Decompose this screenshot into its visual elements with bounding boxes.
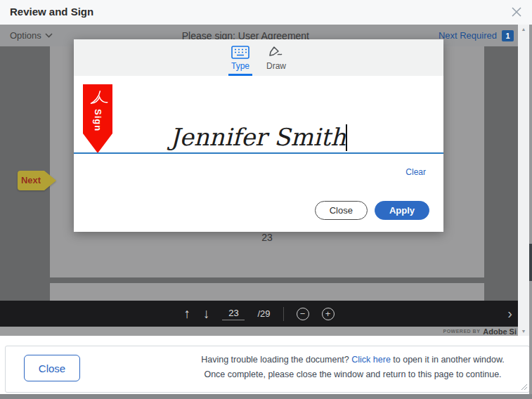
- powered-by-brand: Adobe Si: [483, 327, 517, 336]
- dialog-buttons: Close Apply: [315, 201, 429, 220]
- toolbar-divider: [283, 307, 284, 321]
- apply-button[interactable]: Apply: [375, 201, 429, 220]
- adobe-logo-icon: [87, 88, 108, 107]
- resize-grip-icon[interactable]: [520, 383, 528, 391]
- footer-area: Close Having trouble loading the documen…: [0, 336, 532, 394]
- window-title: Review and Sign: [10, 6, 93, 18]
- next-arrow-point: [44, 171, 56, 190]
- chevron-down-icon: [45, 33, 53, 38]
- options-label: Options: [10, 30, 41, 41]
- footer-message-line2: Once complete, please close the window a…: [185, 367, 521, 382]
- next-field-tab-label: Next: [18, 171, 44, 190]
- page-up-icon[interactable]: ↑: [183, 307, 190, 320]
- page-nav-toolbar: ↑ ↓ /29 − + ›: [0, 301, 518, 327]
- options-menu-button[interactable]: Options: [10, 30, 53, 41]
- signature-value: Jennifer Smith: [170, 123, 346, 151]
- next-field-tab[interactable]: Next: [18, 171, 56, 190]
- close-icon[interactable]: [510, 5, 524, 19]
- dialog-close-button[interactable]: Close: [315, 201, 368, 220]
- zoom-out-icon[interactable]: −: [297, 308, 309, 320]
- click-here-link[interactable]: Click here: [351, 355, 391, 365]
- footer-panel: Close Having trouble loading the documen…: [5, 346, 530, 393]
- window-titlebar: Review and Sign: [0, 0, 532, 25]
- tab-type-label: Type: [231, 61, 249, 71]
- page-number-input[interactable]: [222, 308, 245, 320]
- footer-close-button[interactable]: Close: [24, 355, 80, 381]
- toolbar-expand-icon[interactable]: ›: [507, 306, 512, 320]
- text-caret: [346, 124, 347, 151]
- signature-baseline: [74, 152, 443, 154]
- next-required-label: Next Required: [439, 30, 497, 41]
- document-page-24-partial: [50, 283, 484, 301]
- keyboard-icon: [231, 46, 249, 59]
- page-number-label: 23: [50, 232, 484, 243]
- footer-message-line1: Having trouble loading the document? Cli…: [185, 353, 521, 367]
- footer-message: Having trouble loading the document? Cli…: [185, 353, 521, 383]
- outer-scrollbar[interactable]: [529, 25, 532, 394]
- clear-signature-link[interactable]: Clear: [406, 167, 426, 177]
- signature-tabs-header: Type Draw: [74, 39, 443, 76]
- viewer-scrollbar[interactable]: ▲ ▼: [518, 25, 529, 336]
- page-total-label: /29: [257, 308, 270, 319]
- signature-input[interactable]: Jennifer Smith: [74, 124, 443, 151]
- scrollbar-down-icon[interactable]: ▼: [521, 329, 526, 334]
- next-required-count-badge: 1: [502, 30, 514, 41]
- tab-type[interactable]: Type: [228, 39, 252, 76]
- tab-draw-label: Draw: [266, 61, 286, 71]
- page-down-icon[interactable]: ↓: [203, 307, 210, 320]
- signature-dialog: Type Draw Sign Jennifer Smith Clear: [74, 39, 443, 232]
- tab-draw[interactable]: Draw: [264, 39, 289, 76]
- powered-by-strip: POWERED BY Adobe Si: [0, 327, 518, 336]
- outer-scrollbar-thumb[interactable]: [529, 244, 532, 281]
- scrollbar-up-icon[interactable]: ▲: [521, 27, 526, 32]
- next-required-button[interactable]: Next Required 1: [439, 30, 514, 41]
- pen-icon: [267, 46, 285, 59]
- zoom-in-icon[interactable]: +: [322, 308, 335, 320]
- window-bottom-edge: [0, 394, 532, 399]
- review-and-sign-window: Review and Sign Options Please sign: Use…: [0, 0, 532, 399]
- powered-by-prefix: POWERED BY: [443, 329, 480, 334]
